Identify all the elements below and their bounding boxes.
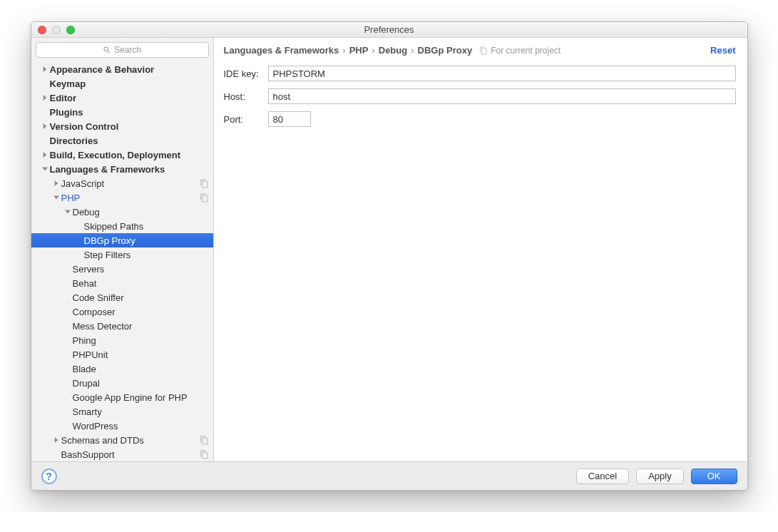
tree-item-languages-frameworks[interactable]: Languages & Frameworks — [31, 162, 213, 176]
arrow-spacer — [76, 237, 83, 244]
tree-item-label: Version Control — [50, 121, 119, 132]
tree-item-composer[interactable]: Composer — [31, 305, 213, 319]
apply-button[interactable]: Apply — [636, 469, 684, 484]
arrow-spacer — [41, 137, 48, 144]
tree-item-label: Behat — [73, 278, 97, 289]
arrow-spacer — [64, 322, 71, 329]
tree-item-code-sniffer[interactable]: Code Sniffer — [31, 290, 213, 305]
chevron-down-icon — [41, 165, 48, 173]
chevron-right-icon — [53, 436, 60, 444]
window-controls — [31, 26, 75, 34]
minimize-window-button[interactable] — [52, 26, 61, 34]
ide-key-label: IDE key: — [224, 68, 268, 79]
tree-item-smarty[interactable]: Smarty — [31, 404, 213, 419]
breadcrumb-separator: › — [370, 45, 376, 56]
tree-item-behat[interactable]: Behat — [31, 276, 213, 290]
tree-item-keymap[interactable]: Keymap — [31, 76, 213, 91]
breadcrumb-part: DBGp Proxy — [418, 45, 473, 56]
close-window-button[interactable] — [38, 26, 46, 34]
tree-item-label: Code Sniffer — [73, 292, 124, 303]
tree-item-google-app-engine-for-php[interactable]: Google App Engine for PHP — [31, 390, 213, 404]
tree-item-php[interactable]: PHP — [31, 190, 213, 205]
tree-item-label: Plugins — [50, 107, 83, 118]
tree-item-build-execution-deployment[interactable]: Build, Execution, Deployment — [31, 148, 213, 162]
tree-item-debug[interactable]: Debug — [31, 205, 213, 219]
tree-item-drupal[interactable]: Drupal — [31, 376, 213, 390]
preferences-window: Preferences Search Appearance & Behavior… — [31, 21, 748, 491]
tree-item-label: Mess Detector — [73, 321, 133, 332]
tree-item-phpunit[interactable]: PHPUnit — [31, 347, 213, 362]
search-input[interactable]: Search — [36, 42, 209, 58]
chevron-right-icon — [41, 66, 48, 73]
chevron-right-icon — [53, 180, 60, 187]
port-row: Port: — [224, 111, 736, 127]
tree-item-label: Skipped Paths — [84, 221, 144, 232]
arrow-spacer — [64, 394, 71, 401]
arrow-spacer — [64, 337, 71, 344]
ok-button[interactable]: OK — [691, 469, 737, 484]
tree-item-mess-detector[interactable]: Mess Detector — [31, 319, 213, 333]
tree-item-skipped-paths[interactable]: Skipped Paths — [31, 219, 213, 233]
tree-item-javascript[interactable]: JavaScript — [31, 176, 213, 190]
tree-item-wordpress[interactable]: WordPress — [31, 419, 213, 433]
help-button[interactable]: ? — [41, 469, 57, 484]
header-row: Languages & Frameworks›PHP›Debug›DBGp Pr… — [224, 45, 736, 56]
breadcrumb-separator: › — [409, 45, 415, 56]
host-row: Host: — [224, 88, 736, 104]
tree-item-label: Servers — [73, 264, 105, 275]
tree-item-phing[interactable]: Phing — [31, 333, 213, 347]
port-label: Port: — [224, 114, 268, 125]
arrow-spacer — [76, 222, 83, 230]
zoom-window-button[interactable] — [66, 26, 75, 34]
tree-item-label: Build, Execution, Deployment — [50, 150, 180, 160]
tree-item-label: Drupal — [73, 378, 100, 389]
tree-item-label: JavaScript — [61, 178, 105, 189]
arrow-spacer — [53, 451, 60, 458]
tree-item-schemas-and-dtds[interactable]: Schemas and DTDs — [31, 433, 213, 447]
arrow-spacer — [76, 251, 83, 258]
tree-item-label: Google App Engine for PHP — [73, 392, 188, 403]
tree-item-label: DBGp Proxy — [84, 235, 135, 246]
settings-tree: Appearance & BehaviorKeymapEditorPlugins… — [31, 62, 213, 461]
tree-item-step-filters[interactable]: Step Filters — [31, 247, 213, 262]
tree-item-label: PHPUnit — [73, 349, 108, 360]
tree-item-bashsupport[interactable]: BashSupport — [31, 447, 213, 461]
arrow-spacer — [64, 365, 71, 372]
breadcrumb-separator: › — [341, 45, 347, 56]
tree-item-directories[interactable]: Directories — [31, 133, 213, 148]
tree-item-plugins[interactable]: Plugins — [31, 105, 213, 119]
arrow-spacer — [64, 280, 71, 287]
arrow-spacer — [64, 308, 71, 315]
tree-item-servers[interactable]: Servers — [31, 262, 213, 276]
tree-item-label: Languages & Frameworks — [50, 164, 165, 175]
arrow-spacer — [64, 422, 71, 429]
tree-item-appearance-behavior[interactable]: Appearance & Behavior — [31, 62, 213, 76]
tree-item-blade[interactable]: Blade — [31, 362, 213, 376]
ide-key-input[interactable] — [268, 66, 736, 81]
project-scope-icon — [200, 436, 209, 445]
host-input[interactable] — [268, 88, 736, 104]
tree-item-label: Schemas and DTDs — [61, 435, 144, 446]
main-panel: Languages & Frameworks›PHP›Debug›DBGp Pr… — [214, 38, 747, 461]
tree-item-label: Debug — [73, 207, 100, 218]
tree-item-dbgp-proxy[interactable]: DBGp Proxy — [31, 233, 213, 247]
arrow-spacer — [64, 379, 71, 387]
tree-item-label: Phing — [73, 335, 96, 346]
arrow-spacer — [64, 408, 71, 415]
project-scope-icon — [200, 193, 209, 203]
tree-item-label: Composer — [73, 307, 116, 317]
tree-item-label: PHP — [61, 193, 81, 203]
tree-item-label: Blade — [73, 364, 96, 374]
reset-link[interactable]: Reset — [710, 45, 735, 56]
tree-item-editor[interactable]: Editor — [31, 91, 213, 105]
ide-key-row: IDE key: — [224, 66, 736, 81]
breadcrumb-part: Languages & Frameworks — [224, 45, 339, 56]
tree-item-label: BashSupport — [61, 449, 115, 460]
host-label: Host: — [224, 91, 268, 102]
cancel-button[interactable]: Cancel — [576, 469, 629, 484]
chevron-right-icon — [41, 94, 48, 101]
port-input[interactable] — [268, 111, 311, 127]
tree-item-label: WordPress — [73, 421, 118, 431]
tree-item-version-control[interactable]: Version Control — [31, 119, 213, 133]
tree-item-label: Editor — [50, 93, 77, 103]
